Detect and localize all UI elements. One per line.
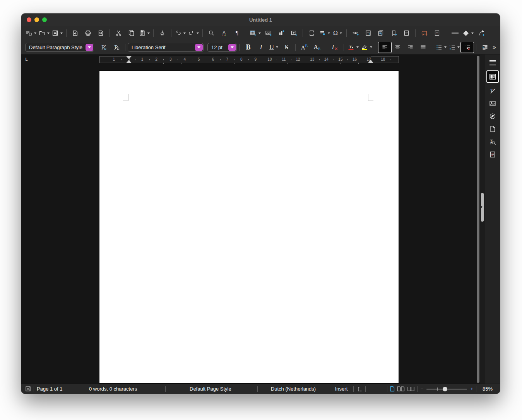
svg-text:1: 1 bbox=[369, 33, 370, 36]
zoom-out-button[interactable]: − bbox=[421, 386, 424, 392]
insert-chart-button[interactable] bbox=[275, 28, 288, 38]
track-changes-button[interactable] bbox=[431, 28, 443, 38]
align-right-button[interactable] bbox=[404, 42, 417, 53]
cut-button[interactable] bbox=[112, 28, 125, 38]
vertical-scrollbar[interactable] bbox=[476, 55, 480, 384]
tab-stop-selector[interactable]: L bbox=[25, 57, 28, 62]
selection-mode[interactable] bbox=[356, 386, 363, 392]
copy-button[interactable] bbox=[125, 28, 138, 38]
new-style-button[interactable]: T bbox=[110, 42, 123, 53]
scrollbar-thumb[interactable] bbox=[477, 56, 479, 383]
export-pdf-icon bbox=[72, 30, 79, 36]
workspace: L 1123456789101112131415161718 bbox=[21, 55, 500, 384]
sidebar-tab-style-inspector[interactable]: T bbox=[487, 137, 498, 147]
insert-page-break-button[interactable] bbox=[305, 28, 318, 38]
find-replace-button[interactable] bbox=[205, 28, 218, 38]
clear-formatting-button[interactable]: I bbox=[329, 42, 341, 53]
formatting-marks-button[interactable]: ¶ bbox=[231, 28, 243, 38]
font-size-dropdown-button[interactable] bbox=[228, 44, 236, 51]
sidebar-tab-gallery[interactable] bbox=[487, 98, 498, 108]
font-size-combo[interactable]: 12 pt bbox=[207, 43, 237, 52]
bold-button[interactable]: B bbox=[242, 42, 255, 53]
ordered-list-button[interactable]: III bbox=[448, 42, 461, 53]
update-style-button[interactable]: T bbox=[97, 42, 110, 53]
clone-formatting-button[interactable] bbox=[156, 28, 169, 38]
title-bar[interactable]: Untitled 1 bbox=[21, 14, 500, 26]
font-color-button[interactable]: T bbox=[346, 42, 360, 53]
clipboard-paste-icon bbox=[139, 30, 145, 36]
subscript-button[interactable]: AB bbox=[311, 42, 323, 53]
basic-shapes-button[interactable] bbox=[461, 28, 475, 38]
print-preview-button[interactable] bbox=[94, 28, 107, 38]
no-list-button[interactable]: I bbox=[461, 42, 474, 53]
sidebar-tab-accessibility-check[interactable] bbox=[487, 149, 498, 159]
sidebar-tab-styles[interactable]: T bbox=[487, 85, 498, 96]
special-character-button[interactable]: Ω bbox=[331, 28, 344, 38]
paste-button[interactable] bbox=[138, 28, 151, 38]
draw-functions-button[interactable] bbox=[475, 28, 488, 38]
redo-button[interactable] bbox=[187, 28, 200, 38]
indent-marker[interactable] bbox=[126, 56, 132, 63]
svg-text:A: A bbox=[222, 30, 226, 36]
unordered-list-button[interactable] bbox=[435, 42, 448, 53]
open-button[interactable] bbox=[38, 28, 51, 38]
strikethrough-button[interactable]: S bbox=[280, 42, 293, 53]
zoom-window-button[interactable] bbox=[42, 17, 47, 22]
insert-field-button[interactable] bbox=[318, 28, 331, 38]
italic-button[interactable]: I bbox=[255, 42, 267, 53]
insert-text-box-button[interactable] bbox=[288, 28, 300, 38]
page-style[interactable]: Default Page Style bbox=[189, 386, 255, 392]
insert-image-button[interactable] bbox=[262, 28, 275, 38]
undo-button[interactable] bbox=[174, 28, 187, 38]
zoom-in-button[interactable]: + bbox=[470, 386, 473, 392]
paragraph-style-dropdown-button[interactable] bbox=[86, 44, 93, 51]
insert-table-button[interactable] bbox=[248, 28, 262, 38]
insert-hyperlink-button[interactable] bbox=[349, 28, 362, 38]
minimize-button[interactable] bbox=[34, 17, 39, 22]
insert-bookmark-button[interactable] bbox=[387, 28, 400, 38]
new-document-button[interactable] bbox=[24, 28, 38, 38]
horizontal-line-button[interactable] bbox=[448, 28, 461, 38]
paragraph-style-combo[interactable]: Default Paragraph Style bbox=[25, 43, 94, 52]
book-view-icon[interactable] bbox=[407, 386, 415, 392]
sidebar-settings-button[interactable] bbox=[487, 58, 498, 68]
highlight-color-button[interactable] bbox=[360, 42, 373, 53]
zoom-slider[interactable] bbox=[426, 389, 467, 389]
underline-button[interactable]: U bbox=[267, 42, 280, 53]
horizontal-ruler[interactable]: 1123456789101112131415161718 bbox=[99, 56, 399, 63]
insert-footnote-button[interactable]: 1 bbox=[362, 28, 375, 38]
export-pdf-button[interactable] bbox=[69, 28, 82, 38]
single-page-view-icon[interactable] bbox=[390, 386, 395, 392]
new-style-icon: T bbox=[113, 44, 120, 51]
font-name-combo[interactable]: Liberation Serif bbox=[128, 43, 204, 52]
justify-button[interactable] bbox=[417, 42, 430, 53]
toolbar-overflow-button[interactable]: » bbox=[493, 44, 496, 51]
close-button[interactable] bbox=[27, 17, 31, 22]
spelling-button[interactable]: A bbox=[218, 28, 231, 38]
page-count[interactable]: Page 1 of 1 bbox=[37, 386, 83, 392]
font-name-dropdown-button[interactable] bbox=[195, 44, 203, 51]
insert-cross-reference-button[interactable] bbox=[400, 28, 413, 38]
sidebar-tab-navigator[interactable] bbox=[487, 111, 498, 121]
sidebar-tab-page[interactable] bbox=[487, 124, 498, 134]
sidebar-hide-handle[interactable] bbox=[481, 193, 484, 222]
insert-mode[interactable]: Insert bbox=[332, 386, 351, 392]
superscript-button[interactable]: AB bbox=[298, 42, 311, 53]
chevron-down-icon bbox=[457, 46, 460, 48]
save-status-indicator[interactable] bbox=[25, 386, 31, 392]
increase-indent-button[interactable] bbox=[479, 42, 491, 53]
align-center-button[interactable] bbox=[391, 42, 404, 53]
insert-endnote-button[interactable]: i bbox=[375, 28, 387, 38]
zoom-slider-thumb[interactable] bbox=[443, 387, 447, 391]
zoom-level[interactable]: 85% bbox=[479, 386, 496, 392]
footnote-icon: 1 bbox=[365, 30, 371, 36]
text-language[interactable]: Dutch (Netherlands) bbox=[260, 386, 326, 392]
print-button[interactable] bbox=[82, 28, 94, 38]
document-page[interactable] bbox=[99, 71, 399, 383]
multi-page-view-icon[interactable] bbox=[397, 386, 405, 392]
align-left-button[interactable] bbox=[378, 42, 391, 53]
insert-comment-button[interactable] bbox=[418, 28, 431, 38]
sidebar-tab-properties[interactable] bbox=[487, 71, 498, 82]
save-button[interactable] bbox=[51, 28, 64, 38]
word-count[interactable]: 0 words, 0 characters bbox=[89, 386, 163, 392]
